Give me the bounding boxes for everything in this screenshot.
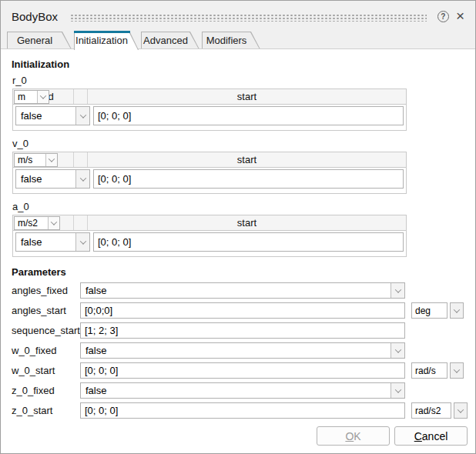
group-header-row: fixed start m xyxy=(13,89,406,105)
close-icon[interactable]: × xyxy=(456,10,464,22)
r_0-fixed-combo[interactable]: false xyxy=(15,106,90,125)
angles-start-unit-combo[interactable]: deg xyxy=(411,302,448,319)
chevron-down-icon xyxy=(75,107,89,125)
group-label-r_0: r_0 xyxy=(12,75,468,86)
group-a_0: fixed start m/s2 false xyxy=(12,215,407,257)
param-label: z_0_start xyxy=(12,405,80,416)
cancel-label-underlined: C xyxy=(414,430,422,442)
tab-initialization[interactable]: Initialization xyxy=(74,31,139,50)
group-value-row: false xyxy=(13,168,406,193)
combo-value: false xyxy=(16,233,75,251)
w-0-start-input[interactable] xyxy=(80,362,405,379)
tab-label: General xyxy=(8,32,61,49)
param-row-sequence_start: sequence_start xyxy=(12,322,468,339)
param-label: w_0_fixed xyxy=(12,345,80,356)
unit-dropdown-button[interactable] xyxy=(450,302,464,319)
tab-label: Advanced xyxy=(142,32,189,49)
cancel-label-rest: ancel xyxy=(422,430,448,442)
param-row-w_0_fixed: w_0_fixed false xyxy=(12,342,468,359)
title-bar: BodyBox ? × xyxy=(1,1,475,32)
w-0-fixed-combo[interactable]: false xyxy=(80,342,405,359)
unit-value: m/s2 xyxy=(15,218,48,229)
a_0-fixed-combo[interactable]: false xyxy=(15,232,90,252)
unit-value: deg xyxy=(415,305,431,316)
group-value-row: false xyxy=(13,105,406,130)
param-row-angles_fixed: angles_fixed false xyxy=(12,282,468,299)
chevron-down-icon xyxy=(48,217,59,229)
chevron-down-icon xyxy=(454,306,460,312)
chevron-down-icon xyxy=(75,233,89,251)
chevron-down-icon xyxy=(454,366,460,372)
param-row-w_0_start: w_0_start rad/s xyxy=(12,362,468,379)
ok-label-rest: K xyxy=(354,430,360,442)
angles-start-input[interactable] xyxy=(80,302,405,319)
a_0-start-input[interactable] xyxy=(93,232,404,252)
combo-value: false xyxy=(81,283,391,298)
ok-label-underlined: O xyxy=(345,430,354,442)
unit-value: m/s xyxy=(15,155,45,165)
z-0-fixed-combo[interactable]: false xyxy=(80,382,405,399)
sequence-start-input[interactable] xyxy=(80,322,405,339)
tab-modifiers[interactable]: Modifiers xyxy=(202,32,260,49)
combo-value: false xyxy=(81,343,391,358)
group-r_0: fixed start m false xyxy=(12,88,407,131)
dialog-button-row: OK Cancel xyxy=(12,426,468,446)
r_0-unit-combo[interactable]: m xyxy=(14,90,49,104)
tab-advanced[interactable]: Advanced xyxy=(141,32,199,49)
combo-value: false xyxy=(16,170,75,188)
v_0-start-input[interactable] xyxy=(93,169,404,189)
tab-label: Modifiers xyxy=(203,32,250,49)
combo-value: false xyxy=(16,107,75,125)
z-0-start-unit-combo[interactable]: rad/s2 xyxy=(411,402,451,419)
param-row-z_0_start: z_0_start rad/s2 xyxy=(12,402,468,419)
chevron-down-icon xyxy=(391,383,404,398)
ok-button[interactable]: OK xyxy=(317,426,390,446)
z-0-start-input[interactable] xyxy=(80,402,405,419)
group-header-row: fixed start m/s xyxy=(13,152,406,168)
v_0-fixed-combo[interactable]: false xyxy=(15,169,90,189)
bodybox-parameter-dialog: BodyBox ? × General Initialization Advan… xyxy=(0,0,476,454)
combo-value: false xyxy=(81,383,391,398)
start-column-header: start xyxy=(88,89,406,104)
a_0-unit-combo[interactable]: m/s2 xyxy=(14,216,60,230)
group-label-v_0: v_0 xyxy=(12,138,468,149)
r_0-start-input[interactable] xyxy=(93,106,404,125)
chevron-down-icon xyxy=(458,406,464,412)
unit-dropdown-button[interactable] xyxy=(454,402,468,419)
chevron-down-icon xyxy=(45,154,57,166)
header-spacer xyxy=(74,215,88,230)
unit-value: rad/s2 xyxy=(415,406,441,416)
v_0-unit-combo[interactable]: m/s xyxy=(14,153,58,167)
help-icon[interactable]: ? xyxy=(437,11,449,22)
param-label: angles_start xyxy=(12,305,80,316)
param-row-z_0_fixed: z_0_fixed false xyxy=(12,382,468,399)
group-v_0: fixed start m/s false xyxy=(12,152,407,194)
param-label: angles_fixed xyxy=(12,285,80,296)
dialog-title: BodyBox xyxy=(12,10,58,23)
angles-fixed-combo[interactable]: false xyxy=(80,282,405,299)
chevron-down-icon xyxy=(37,91,49,103)
chevron-down-icon xyxy=(391,283,404,298)
section-heading-initialization: Initialization xyxy=(12,58,468,70)
cancel-button[interactable]: Cancel xyxy=(394,426,468,446)
start-column-header: start xyxy=(88,152,406,167)
initialization-tab-pane: Initialization r_0 fixed start m false xyxy=(1,49,475,453)
header-spacer xyxy=(74,152,88,167)
group-value-row: false xyxy=(13,231,406,256)
group-header-row: fixed start m/s2 xyxy=(13,215,406,231)
w-0-start-unit-combo[interactable]: rad/s xyxy=(411,362,448,379)
tab-label: Initialization xyxy=(75,31,128,50)
param-label: w_0_start xyxy=(12,365,80,376)
unit-value: m xyxy=(15,92,37,102)
header-spacer xyxy=(74,89,88,104)
tab-general[interactable]: General xyxy=(7,32,72,49)
section-heading-parameters: Parameters xyxy=(12,266,468,278)
start-column-header: start xyxy=(88,215,406,230)
drag-grip-dots[interactable] xyxy=(70,13,427,22)
param-row-angles_start: angles_start deg xyxy=(12,302,468,319)
unit-value: rad/s xyxy=(415,366,436,376)
chevron-down-icon xyxy=(75,170,89,188)
unit-dropdown-button[interactable] xyxy=(450,362,464,379)
param-label: sequence_start xyxy=(12,325,80,336)
group-label-a_0: a_0 xyxy=(12,201,468,212)
